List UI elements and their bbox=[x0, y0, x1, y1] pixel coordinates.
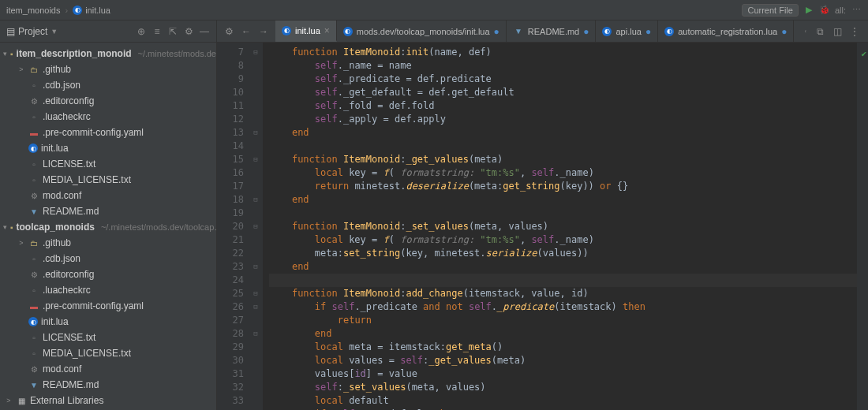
fold-marker[interactable]: ⊟ bbox=[249, 46, 263, 59]
tree-item[interactable]: ▼README.md bbox=[0, 203, 216, 219]
breadcrumb-file[interactable]: ◐init.lua bbox=[73, 6, 110, 15]
fold-marker[interactable] bbox=[249, 233, 263, 247]
run-icon[interactable]: ▶ bbox=[803, 5, 814, 16]
tree-item[interactable]: >🗀.github bbox=[0, 62, 216, 77]
debug-icon[interactable]: 🐞 bbox=[819, 5, 830, 16]
line-number[interactable]: 19 bbox=[217, 207, 244, 220]
tree-item[interactable]: ▫LICENSE.txt bbox=[0, 156, 216, 172]
code-line[interactable]: end bbox=[269, 126, 857, 140]
tree-item[interactable]: ▫.cdb.json bbox=[0, 77, 216, 93]
tree-item[interactable]: ▫.cdb.json bbox=[0, 251, 216, 266]
code-line[interactable]: function ItemMonoid:init(name, def) bbox=[269, 46, 857, 59]
run-config-select[interactable]: Current File bbox=[742, 4, 798, 17]
fold-marker[interactable] bbox=[249, 180, 263, 193]
fold-marker[interactable] bbox=[249, 247, 263, 260]
code-line[interactable]: self._apply = def.apply bbox=[269, 113, 857, 126]
split-icon[interactable]: ◫ bbox=[832, 26, 843, 37]
kebab-icon[interactable]: ⋮ bbox=[849, 26, 860, 37]
close-icon[interactable]: ● bbox=[781, 26, 787, 37]
editor-tab[interactable]: ◐automatic_registration.lua● bbox=[658, 20, 794, 42]
fold-marker[interactable] bbox=[249, 86, 263, 99]
tree-item[interactable]: ▼README.md bbox=[0, 377, 216, 393]
line-number[interactable]: 29 bbox=[217, 341, 244, 354]
tree-item[interactable]: ▫MEDIA_LICENSE.txt bbox=[0, 345, 216, 361]
fold-marker[interactable] bbox=[249, 140, 263, 153]
tree-item[interactable]: ◐init.lua bbox=[0, 314, 216, 330]
code-line[interactable]: end bbox=[269, 260, 857, 274]
line-number[interactable]: 21 bbox=[217, 233, 244, 247]
fold-marker[interactable] bbox=[249, 341, 263, 354]
fold-gutter[interactable]: ⊟⊟⊟⊟⊟⊟⊟⊟⊟⊟⊟⊟ bbox=[249, 43, 263, 410]
fold-marker[interactable]: ⊟ bbox=[249, 260, 263, 274]
line-number[interactable]: 27 bbox=[217, 314, 244, 327]
fold-marker[interactable] bbox=[249, 274, 263, 287]
close-icon[interactable]: × bbox=[324, 25, 330, 36]
locate-icon[interactable]: ⊕ bbox=[136, 26, 147, 37]
tree-item[interactable]: >▦External Libraries bbox=[0, 393, 216, 408]
line-gutter[interactable]: 7891011121314151617181920212223242526272… bbox=[217, 43, 249, 410]
line-number[interactable]: 23 bbox=[217, 260, 244, 274]
chevron-down-icon[interactable]: ▾ bbox=[3, 223, 7, 231]
more-icon[interactable]: ⋯ bbox=[851, 5, 862, 16]
fold-marker[interactable]: ⊟ bbox=[249, 327, 263, 341]
fold-marker[interactable] bbox=[249, 367, 263, 381]
line-number[interactable]: 13 bbox=[217, 126, 244, 140]
project-tree[interactable]: ▾▪item_description_monoid~/.minetest/mod… bbox=[0, 43, 216, 410]
code-line[interactable] bbox=[269, 274, 857, 287]
line-number[interactable]: 22 bbox=[217, 247, 244, 260]
editor-tab[interactable]: ▼README.md● bbox=[507, 20, 597, 42]
code-line[interactable]: local values = self:_get_values(meta) bbox=[269, 354, 857, 367]
fold-marker[interactable] bbox=[249, 314, 263, 327]
line-number[interactable]: 33 bbox=[217, 394, 244, 408]
tree-item[interactable]: ◐init.lua bbox=[0, 140, 216, 156]
line-number[interactable]: 26 bbox=[217, 300, 244, 314]
chevron-icon[interactable]: > bbox=[5, 397, 13, 404]
copy-icon[interactable]: ⧉ bbox=[814, 26, 825, 37]
code-line[interactable]: end bbox=[269, 193, 857, 207]
close-icon[interactable]: ● bbox=[583, 26, 589, 37]
code-line[interactable]: self._predicate = def.predicate bbox=[269, 73, 857, 86]
line-number[interactable]: 9 bbox=[217, 73, 244, 86]
tree-item[interactable]: ⚙mod.conf bbox=[0, 188, 216, 203]
expand-icon[interactable]: ≡ bbox=[152, 26, 163, 37]
editor-tab[interactable]: ◐init.lua× bbox=[275, 20, 337, 42]
code-line[interactable]: local meta = itemstack:get_meta() bbox=[269, 341, 857, 354]
breadcrumb-root[interactable]: item_monoids bbox=[6, 6, 60, 15]
code-area[interactable]: function ItemMonoid:init(name, def) self… bbox=[263, 43, 857, 410]
close-icon[interactable]: ● bbox=[494, 26, 499, 37]
code-line[interactable]: function ItemMonoid:add_change(itemstack… bbox=[269, 287, 857, 300]
line-number[interactable]: 28 bbox=[217, 327, 244, 341]
line-number[interactable]: 7 bbox=[217, 46, 244, 59]
fold-marker[interactable] bbox=[249, 113, 263, 126]
line-number[interactable]: 10 bbox=[217, 86, 244, 99]
tree-module[interactable]: ▾▪toolcap_monoids~/.minetest/mods.dev/to… bbox=[0, 219, 216, 235]
code-line[interactable]: values[id] = value bbox=[269, 367, 857, 381]
tree-item[interactable]: >🗀.github bbox=[0, 235, 216, 251]
line-number[interactable]: 18 bbox=[217, 193, 244, 207]
tree-item[interactable]: ▫.luacheckrc bbox=[0, 282, 216, 298]
code-line[interactable]: meta:set_string(key, minetest.serialize(… bbox=[269, 247, 857, 260]
editor-tab[interactable]: ◐api.lua● bbox=[596, 20, 658, 42]
code-line[interactable]: if self._predicate and not self._predica… bbox=[269, 300, 857, 314]
code-line[interactable]: function ItemMonoid:_set_values(meta, va… bbox=[269, 220, 857, 233]
hide-icon[interactable]: — bbox=[199, 26, 210, 37]
chevron-down-icon[interactable]: ▾ bbox=[3, 50, 7, 58]
line-number[interactable]: 32 bbox=[217, 381, 244, 394]
editor-tab[interactable]: ◐mods.dev/toolcap_monoids/init.lua● bbox=[337, 20, 507, 42]
fold-marker[interactable] bbox=[249, 354, 263, 367]
project-panel-title[interactable]: ▤ Project ▼ bbox=[6, 26, 129, 37]
tree-item[interactable]: ▫LICENSE.txt bbox=[0, 330, 216, 345]
fold-marker[interactable] bbox=[249, 99, 263, 113]
fold-marker[interactable] bbox=[249, 381, 263, 394]
line-number[interactable]: 16 bbox=[217, 166, 244, 180]
code-line[interactable] bbox=[269, 140, 857, 153]
gear-icon[interactable]: ⚙ bbox=[223, 26, 234, 37]
fold-marker[interactable] bbox=[249, 207, 263, 220]
chevron-icon[interactable]: > bbox=[17, 65, 25, 73]
collapse-icon[interactable]: ⇱ bbox=[167, 26, 178, 37]
fold-marker[interactable] bbox=[249, 394, 263, 408]
code-line[interactable]: self:_set_values(meta, values) bbox=[269, 381, 857, 394]
tab-next-icon[interactable]: → bbox=[258, 26, 269, 37]
tree-item[interactable]: ⚙.editorconfig bbox=[0, 93, 216, 109]
inspection-gutter[interactable]: ✔ bbox=[857, 43, 868, 410]
